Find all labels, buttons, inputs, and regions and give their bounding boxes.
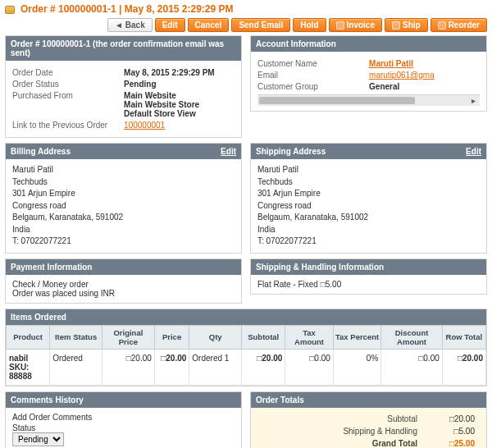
shipping-line: India [257,224,480,236]
col-orig-price[interactable]: Original Price [102,325,154,349]
order-date-value: May 8, 2015 2:29:29 PM [124,68,235,77]
scroll-right-icon[interactable]: ▸ [468,95,478,106]
col-product[interactable]: Product [7,325,50,349]
ship-value: □5.00 [426,427,475,436]
comments-panel: Comments History Add Order Comments Stat… [5,391,242,449]
comments-head: Comments History [11,395,84,405]
col-qty[interactable]: Qty [189,325,242,349]
customer-email-label: Email [257,71,364,80]
shipping-head: Shipping Address [256,147,326,156]
payment-info-panel: Payment Information Check / Money order … [5,258,242,304]
cell-orig: □20.00 [102,349,154,385]
grand-label: Grand Total [372,439,417,448]
account-info-panel: Account Information Customer NameMaruti … [250,35,487,112]
customer-email-link[interactable]: marutip061@gma [369,71,435,80]
shipping-line: T: 07022077221 [257,235,480,248]
cell-tax-amt: □0.00 [285,349,334,385]
order-status-label: Order Status [12,80,119,89]
totals-head: Order Totals [256,395,304,405]
billing-head: Billing Address [11,147,71,156]
cell-status: Ordered [50,349,102,385]
edit-button[interactable]: Edit [155,18,185,32]
cell-tax-pct: 0% [333,349,381,385]
col-item-status[interactable]: Item Status [50,325,102,349]
hold-button[interactable]: Hold [293,18,326,32]
cell-product: nabil SKU: 88888 [7,349,50,385]
reorder-button[interactable]: Reorder [430,18,487,32]
ship-icon [392,21,400,30]
col-subtotal[interactable]: Subtotal [242,325,285,349]
reorder-icon [438,21,446,30]
items-table: Product Item Status Original Price Price… [6,325,486,386]
prev-order-label: Link to the Previous Order [12,121,119,130]
order-info-head: Order # 100000001-1 (the order confirmat… [11,39,236,57]
shipping-method-value: Flat Rate - Fixed □5.00 [257,280,480,289]
shipping-line: Techbuds [257,176,480,189]
shipping-line: Maruti Patil [257,164,480,176]
grand-value: □25.00 [426,439,475,448]
shipping-line: 301 Arjun Empire [257,188,480,200]
back-arrow-icon: ◄ [115,21,123,30]
shipping-method-head: Shipping & Handling Information [256,263,384,272]
col-tax-amount[interactable]: Tax Amount [285,325,334,349]
folder-icon [5,6,15,14]
col-discount[interactable]: Discount Amount [381,325,442,349]
billing-line: Congress road [12,200,235,213]
billing-line: India [12,224,235,236]
cancel-button[interactable]: Cancel [188,18,230,32]
shipping-line: Belgaum, Karanataka, 591002 [257,212,480,224]
subtotal-value: □20.00 [426,414,475,423]
cell-subtotal: □20.00 [242,349,285,385]
order-totals-panel: Order Totals Subtotal□20.00 Shipping & H… [250,391,487,449]
customer-name-link[interactable]: Maruti Patil [369,59,413,68]
invoice-icon [336,21,344,30]
items-head: Items Ordered [11,313,66,322]
customer-group-value: General [369,82,480,91]
prev-order-link[interactable]: 100000001 [124,121,165,130]
billing-line: Techbuds [12,176,235,189]
purchased-from-label: Purchased From [12,91,119,118]
page-title: Order # 100000001-1 | May 8, 2015 2:29:2… [20,3,234,15]
back-button[interactable]: ◄Back [107,18,153,32]
cell-disc: □0.00 [381,349,442,385]
account-scrollbar[interactable]: ▸ [257,94,480,106]
invoice-button[interactable]: Invoice [329,18,382,32]
order-date-label: Order Date [12,68,119,77]
shipping-edit-link[interactable]: Edit [466,147,481,156]
shipping-method-panel: Shipping & Handling Information Flat Rat… [250,258,487,295]
billing-line: Belgaum, Karanataka, 591002 [12,212,235,224]
order-info-panel: Order # 100000001-1 (the order confirmat… [5,35,242,138]
shipping-line: Congress road [257,200,480,213]
col-price[interactable]: Price [154,325,189,349]
cell-total: □20.00 [442,349,485,385]
billing-address-panel: Billing AddressEdit Maruti Patil Techbud… [5,143,242,254]
comment-status-select[interactable]: Pending [12,432,64,446]
send-email-button[interactable]: Send Email [231,18,290,32]
comment-status-label: Status [12,423,235,432]
ship-label: Shipping & Handling [343,427,417,436]
payment-method: Check / Money order [12,280,235,289]
add-comments-label: Add Order Comments [12,413,235,422]
payment-note: Order was placed using INR [12,289,235,298]
billing-line: Maruti Patil [12,164,235,176]
billing-edit-link[interactable]: Edit [221,147,236,156]
customer-name-label: Customer Name [257,59,364,68]
cell-qty: Ordered 1 [189,349,242,385]
billing-line: 301 Arjun Empire [12,188,235,200]
col-tax-percent[interactable]: Tax Percent [333,325,381,349]
col-row-total[interactable]: Row Total [442,325,485,349]
items-ordered-panel: Items Ordered Product Item Status Origin… [5,309,487,386]
customer-group-label: Customer Group [257,82,364,91]
cell-price: □20.00 [154,349,189,385]
shipping-address-panel: Shipping AddressEdit Maruti Patil Techbu… [250,143,487,254]
purchased-from-value: Main Website Main Website Store Default … [124,91,235,118]
payment-head: Payment Information [11,263,92,272]
ship-button[interactable]: Ship [385,18,428,32]
table-row: nabil SKU: 88888 Ordered □20.00 □20.00 O… [7,349,486,385]
billing-line: T: 07022077221 [12,235,235,248]
account-info-head: Account Information [256,39,336,48]
order-status-value: Pending [124,80,235,89]
subtotal-label: Subtotal [387,414,417,423]
